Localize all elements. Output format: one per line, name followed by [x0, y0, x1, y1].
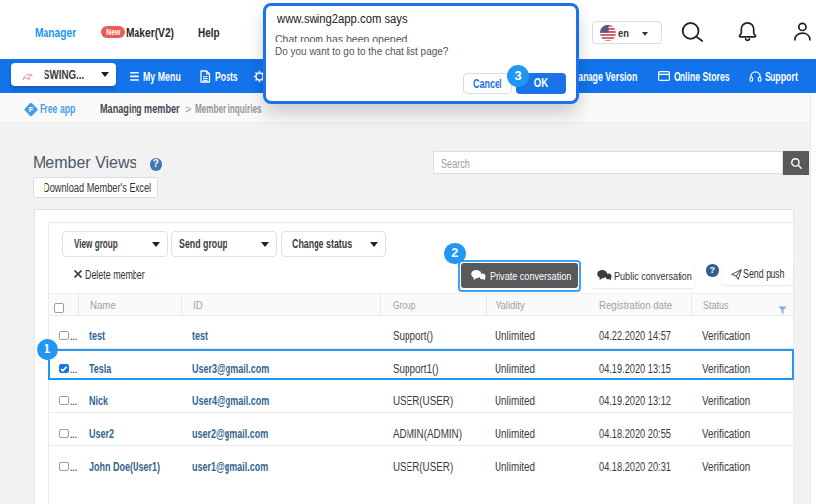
svg-text:F: F	[29, 105, 34, 114]
